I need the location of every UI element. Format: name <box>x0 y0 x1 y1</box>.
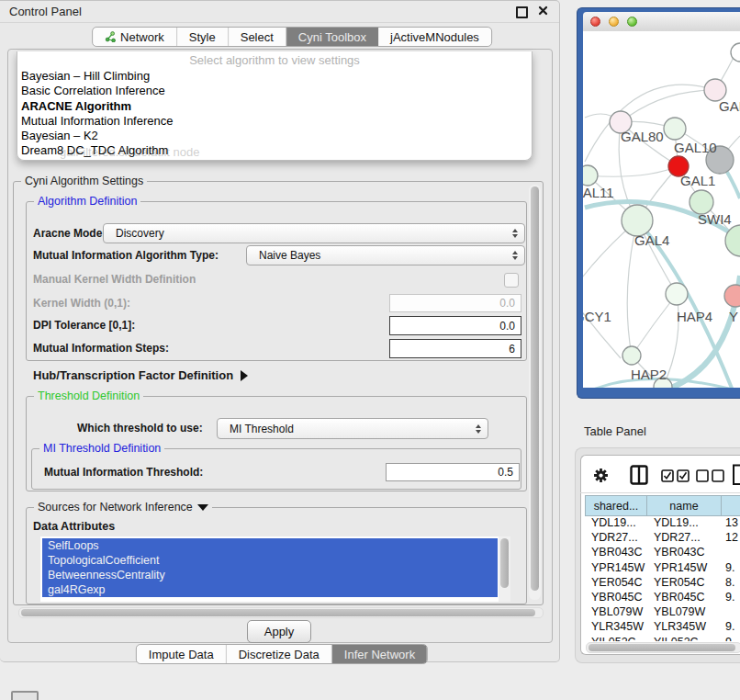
document-icon[interactable] <box>732 464 740 486</box>
algorithm-option-bayesian-k2[interactable]: Bayesian – K2 <box>17 129 532 143</box>
tab-discretize-data[interactable]: Discretize Data <box>227 645 332 663</box>
table-row[interactable]: YDL19...YDL19...13 <box>580 516 740 531</box>
mi-steps-label: Mutual Information Steps: <box>33 342 169 355</box>
table-row[interactable]: YIL052CYIL052C9 <box>580 636 740 641</box>
attribute-item-topologicalcoefficient[interactable]: TopologicalCoefficient <box>42 553 498 568</box>
algorithm-option-aracne-algorithm[interactable]: ARACNE Algorithm <box>17 99 532 114</box>
table-row[interactable]: YBL079WYBL079W <box>580 605 740 620</box>
node-label-swi4: SWI4 <box>698 211 732 227</box>
settings-horizontal-scrollbar[interactable] <box>18 607 544 618</box>
attribute-item-selfloops[interactable]: SelfLoops <box>42 538 498 553</box>
mi-threshold-field[interactable] <box>386 463 520 481</box>
column-layout-icon[interactable] <box>630 465 648 485</box>
apply-button[interactable]: Apply <box>247 620 311 643</box>
which-threshold-label: Which threshold to use: <box>77 422 203 435</box>
aracne-mode-select[interactable]: Discovery <box>103 223 525 243</box>
table-cell: 12 <box>725 531 738 544</box>
node-label-hap4: HAP4 <box>677 309 712 324</box>
algorithm-option-basic-correlation-inference[interactable]: Basic Correlation Inference <box>17 84 532 98</box>
table-panel-title: Table Panel <box>584 424 646 438</box>
algorithm-option-bayesian-hill-climbing[interactable]: Bayesian – Hill Climbing <box>17 69 532 84</box>
table-cell: YBR043C <box>654 546 705 559</box>
float-window-icon[interactable] <box>516 6 528 18</box>
hub-definition-label: Hub/Transcription Factor Definition <box>33 368 233 382</box>
table-row[interactable]: YBR045CYBR045C9. <box>580 591 740 605</box>
network-node[interactable] <box>666 283 688 305</box>
column-header-name[interactable]: name <box>646 495 722 516</box>
hub-definition-toggle[interactable]: Hub/Transcription Factor Definition <box>33 368 248 382</box>
mi-algorithm-type-label: Mutual Information Algorithm Type: <box>33 249 219 262</box>
tab-network[interactable]: Network <box>93 28 177 46</box>
data-attributes-list[interactable]: SelfLoopsTopologicalCoefficientBetweenne… <box>40 536 510 602</box>
attribute-item-betweennesscentrality[interactable]: BetweennessCentrality <box>42 568 498 582</box>
column-header-shared[interactable]: shared... <box>585 495 647 516</box>
tab-style[interactable]: Style <box>177 28 229 46</box>
table-horizontal-scrollbar[interactable] <box>586 642 740 653</box>
deselect-all-icon[interactable] <box>696 469 725 482</box>
algorithm-definition-title: Algorithm Definition <box>34 195 140 208</box>
network-icon <box>105 31 116 42</box>
mi-algorithm-type-select[interactable]: Naive Bayes <box>246 245 525 265</box>
network-node[interactable] <box>622 205 653 236</box>
network-node[interactable] <box>664 118 686 140</box>
attribute-item-gal4rgexp[interactable]: gal4RGexp <box>42 582 498 597</box>
table-row[interactable]: YER054CYER054C8. <box>580 576 740 591</box>
table-row[interactable]: YPR145WYPR145W9. <box>580 561 740 576</box>
tab-select[interactable]: Select <box>229 28 286 46</box>
table-cell: 8. <box>725 576 734 589</box>
macos-minimize-button[interactable] <box>609 17 619 27</box>
table-row[interactable]: YBR043CYBR043C <box>580 546 740 560</box>
table-cell: YDL19... <box>591 516 636 529</box>
mi-algorithm-type-value: Naive Bayes <box>259 249 320 262</box>
table-cell: 9. <box>725 561 734 574</box>
tab-impute-data[interactable]: Impute Data <box>137 645 227 663</box>
network-node[interactable] <box>622 346 641 365</box>
settings-gear-icon[interactable] <box>593 468 609 483</box>
kernel-width-field[interactable] <box>389 294 521 312</box>
network-edge[interactable] <box>583 295 621 358</box>
table-row[interactable]: YLR345WYLR345W9. <box>580 620 740 635</box>
spinner-arrows-icon <box>476 424 481 434</box>
node-label-gcy1: GCY1 <box>583 309 611 324</box>
mi-steps-field[interactable] <box>389 339 521 358</box>
table-cell: YIL052C <box>654 636 699 641</box>
settings-vertical-scrollbar[interactable] <box>529 185 541 600</box>
manual-kernel-width-checkbox[interactable] <box>504 273 519 288</box>
which-threshold-select[interactable]: MI Threshold <box>217 418 488 439</box>
close-icon[interactable] <box>538 6 548 16</box>
node-label-gal11: GAL11 <box>583 185 614 200</box>
column-header-clipped[interactable] <box>721 495 740 516</box>
algorithm-option-mutual-information-inference[interactable]: Mutual Information Inference <box>17 114 532 129</box>
macos-close-button[interactable] <box>590 17 600 27</box>
minimized-panel-icon[interactable] <box>11 691 39 700</box>
table-cell: YBR045C <box>654 591 705 604</box>
tab-infer-network[interactable]: Infer Network <box>332 645 427 663</box>
tab-label: Discretize Data <box>239 648 320 661</box>
network-window-titlebar[interactable] <box>583 12 740 32</box>
tab-cyni-toolbox[interactable]: Cyni Toolbox <box>286 28 378 46</box>
network-canvas[interactable]: GALGAL80GAL10GAL11GAL1SWI4GAL4GCY1HAP4YH… <box>583 31 740 388</box>
macos-zoom-button[interactable] <box>627 17 637 27</box>
select-all-icon[interactable] <box>661 469 690 482</box>
node-label-hap2: HAP2 <box>631 367 667 382</box>
tab-label: Network <box>120 30 164 44</box>
tab-jactivemnodules[interactable]: jActiveMNodules <box>378 28 491 46</box>
table-row[interactable]: YDR27...YDR27...12 <box>580 531 740 546</box>
aracne-mode-value: Discovery <box>116 227 164 240</box>
network-node[interactable] <box>724 285 740 307</box>
dpi-tolerance-field[interactable] <box>389 316 521 335</box>
network-edge[interactable] <box>621 90 715 122</box>
underlying-style-text: galFiltered.sif default node <box>60 145 199 159</box>
dpi-tolerance-label: DPI Tolerance [0,1]: <box>33 319 135 332</box>
cyni-bottom-tabs: Impute DataDiscretize DataInfer Network <box>136 644 428 664</box>
mi-threshold-definition-title: MI Threshold Definition <box>39 442 164 455</box>
network-node[interactable] <box>583 165 598 186</box>
network-node[interactable] <box>731 43 740 62</box>
sources-toggle[interactable]: Sources for Network Inference <box>34 501 212 514</box>
spinner-arrows-icon <box>512 251 518 260</box>
network-edge[interactable] <box>588 166 678 176</box>
table-cell: YLR345W <box>591 620 644 633</box>
threshold-definition-title: Threshold Definition <box>34 390 143 402</box>
which-threshold-value: MI Threshold <box>230 423 294 435</box>
attributes-vertical-scrollbar[interactable] <box>499 536 510 602</box>
